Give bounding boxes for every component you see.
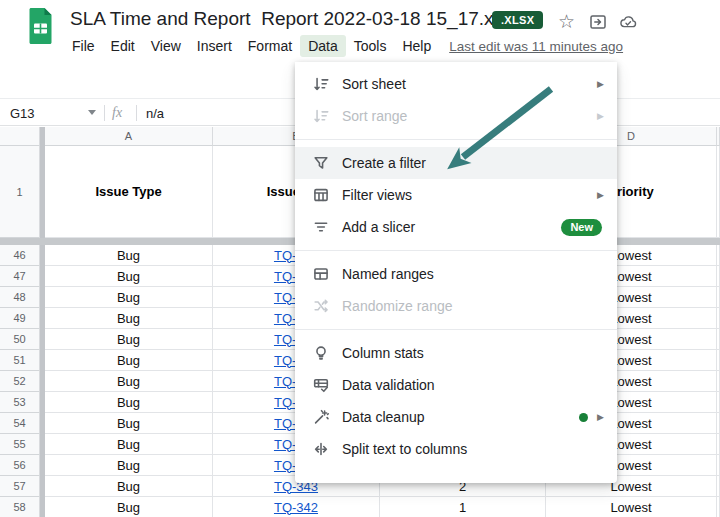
cell-issue-type[interactable]: Bug bbox=[45, 329, 213, 350]
row-header-48[interactable]: 48 bbox=[0, 287, 40, 308]
sheets-logo-icon[interactable] bbox=[28, 7, 53, 45]
menubar-item-tools[interactable]: Tools bbox=[346, 35, 395, 57]
data-validation-icon bbox=[312, 376, 330, 394]
fx-label: fx bbox=[112, 105, 122, 121]
new-badge: New bbox=[561, 219, 602, 236]
row-header-50[interactable]: 50 bbox=[0, 329, 40, 350]
menu-item-named-ranges[interactable]: Named ranges bbox=[295, 258, 617, 290]
submenu-arrow-icon: ▶ bbox=[597, 111, 604, 121]
menubar-item-help[interactable]: Help bbox=[394, 35, 439, 57]
cell-issue-type[interactable]: Bug bbox=[45, 266, 213, 287]
row-header-46[interactable]: 46 bbox=[0, 245, 40, 266]
menu-item-split-text-to-columns[interactable]: Split text to columns bbox=[295, 433, 617, 465]
menu-item-label: Randomize range bbox=[342, 298, 604, 314]
menubar-item-data[interactable]: Data bbox=[300, 35, 346, 57]
cell-issue-type[interactable]: Bug bbox=[45, 497, 213, 517]
menu-item-data-validation[interactable]: Data validation bbox=[295, 369, 617, 401]
menu-item-trailing: ▶ bbox=[579, 412, 604, 422]
menu-divider bbox=[295, 250, 617, 251]
cell-issue-type[interactable]: Bug bbox=[45, 476, 213, 497]
cell-issue-type[interactable]: Bug bbox=[45, 392, 213, 413]
select-all-corner[interactable] bbox=[0, 127, 40, 146]
row-header-55[interactable]: 55 bbox=[0, 434, 40, 455]
row-header-1[interactable]: 1 bbox=[0, 146, 40, 238]
menu-item-label: Filter views bbox=[342, 187, 597, 203]
row-header-57[interactable]: 57 bbox=[0, 476, 40, 497]
menu-item-sort-sheet[interactable]: Sort sheet▶ bbox=[295, 68, 617, 100]
menu-item-sort-range: Sort range▶ bbox=[295, 100, 617, 132]
menu-item-trailing: ▶ bbox=[597, 190, 604, 200]
menubar-item-edit[interactable]: Edit bbox=[103, 35, 143, 57]
cloud-saved-icon[interactable] bbox=[619, 13, 638, 31]
menu-item-randomize-range: Randomize range bbox=[295, 290, 617, 322]
cell-issue-type[interactable]: Bug bbox=[45, 287, 213, 308]
magic-wand-icon bbox=[312, 408, 330, 426]
cell-issue-type[interactable]: Bug bbox=[45, 245, 213, 266]
row-header-54[interactable]: 54 bbox=[0, 413, 40, 434]
menu-item-data-cleanup[interactable]: Data cleanup▶ bbox=[295, 401, 617, 433]
menu-item-label: Add a slicer bbox=[342, 219, 561, 235]
cell-issue-type[interactable]: Bug bbox=[45, 308, 213, 329]
row-header-51[interactable]: 51 bbox=[0, 350, 40, 371]
formula-input[interactable]: n/a bbox=[146, 106, 164, 121]
document-title[interactable]: SLA Time and Report Report 2022-03-18 15… bbox=[70, 8, 517, 30]
menu-item-label: Data cleanup bbox=[342, 409, 579, 425]
move-to-folder-icon[interactable] bbox=[589, 13, 607, 31]
menu-item-label: Column stats bbox=[342, 345, 604, 361]
menu-item-trailing: ▶ bbox=[597, 111, 604, 121]
filter-views-icon bbox=[312, 186, 330, 204]
menu-item-trailing: New bbox=[561, 219, 604, 236]
frozen-column-divider[interactable] bbox=[40, 127, 45, 517]
lightbulb-icon bbox=[312, 344, 330, 362]
menu-item-label: Named ranges bbox=[342, 266, 604, 282]
chevron-down-icon[interactable] bbox=[88, 110, 96, 115]
last-edit-link[interactable]: Last edit was 11 minutes ago bbox=[449, 39, 623, 54]
menu-item-column-stats[interactable]: Column stats bbox=[295, 337, 617, 369]
row-header-47[interactable]: 47 bbox=[0, 266, 40, 287]
submenu-arrow-icon: ▶ bbox=[597, 190, 604, 200]
menu-item-create-a-filter[interactable]: Create a filter bbox=[295, 147, 617, 179]
cell-header-issue-type[interactable]: Issue Type bbox=[45, 146, 213, 238]
star-icon[interactable]: ☆ bbox=[558, 12, 575, 31]
cell-issue-type[interactable]: Bug bbox=[45, 413, 213, 434]
named-ranges-icon bbox=[312, 265, 330, 283]
cell-issue-type[interactable]: Bug bbox=[45, 371, 213, 392]
row-header-56[interactable]: 56 bbox=[0, 455, 40, 476]
row-header-58[interactable]: 58 bbox=[0, 497, 40, 517]
split-columns-icon bbox=[312, 440, 330, 458]
menu-item-label: Split text to columns bbox=[342, 441, 604, 457]
slicer-icon bbox=[312, 218, 330, 236]
data-dropdown-menu: Sort sheet▶Sort range▶Create a filterFil… bbox=[295, 62, 617, 483]
menubar-item-insert[interactable]: Insert bbox=[189, 35, 240, 57]
cell-count[interactable]: 1 bbox=[380, 497, 546, 517]
menubar-item-file[interactable]: File bbox=[64, 35, 103, 57]
menu-item-filter-views[interactable]: Filter views▶ bbox=[295, 179, 617, 211]
menubar-item-view[interactable]: View bbox=[143, 35, 189, 57]
menu-divider bbox=[295, 139, 617, 140]
cell-issue-type[interactable]: Bug bbox=[45, 455, 213, 476]
row-header-52[interactable]: 52 bbox=[0, 371, 40, 392]
menu-item-label: Create a filter bbox=[342, 155, 604, 171]
title-bar: SLA Time and Report Report 2022-03-18 15… bbox=[0, 0, 720, 60]
cell-issue-key-link[interactable]: TQ-342 bbox=[213, 497, 380, 517]
row-header-49[interactable]: 49 bbox=[0, 308, 40, 329]
menubar-item-format[interactable]: Format bbox=[240, 35, 300, 57]
shuffle-icon bbox=[312, 297, 330, 315]
cell-issue-type[interactable]: Bug bbox=[45, 434, 213, 455]
menu-bar: FileEditViewInsertFormatDataToolsHelp La… bbox=[64, 34, 623, 58]
cell-issue-type[interactable]: Bug bbox=[45, 350, 213, 371]
menu-divider bbox=[295, 329, 617, 330]
column-header-a[interactable]: A bbox=[45, 127, 213, 146]
sort-icon bbox=[312, 107, 330, 125]
submenu-arrow-icon: ▶ bbox=[597, 412, 604, 422]
row-header-53[interactable]: 53 bbox=[0, 392, 40, 413]
filter-icon bbox=[312, 154, 330, 172]
menu-item-add-a-slicer[interactable]: Add a slicerNew bbox=[295, 211, 617, 243]
cell-reference-box[interactable]: G13 bbox=[10, 106, 35, 121]
sort-icon bbox=[312, 75, 330, 93]
menu-item-label: Data validation bbox=[342, 377, 604, 393]
menu-item-label: Sort range bbox=[342, 108, 597, 124]
menu-item-trailing: ▶ bbox=[597, 79, 604, 89]
submenu-arrow-icon: ▶ bbox=[597, 79, 604, 89]
cell-priority[interactable]: Lowest bbox=[546, 497, 717, 517]
